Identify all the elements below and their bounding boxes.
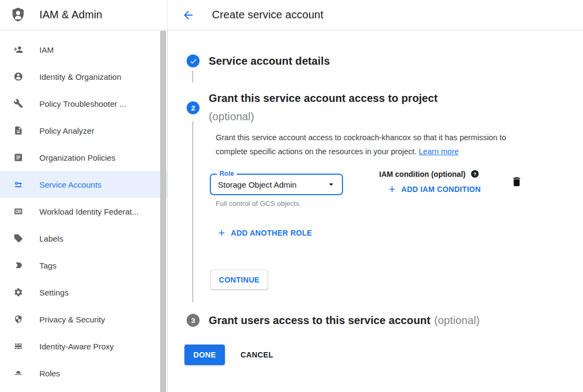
sidebar-item-label: Policy Analyzer	[39, 126, 94, 135]
step2-optional-label: (optional)	[209, 111, 254, 122]
sidebar-item-label: Roles	[39, 369, 60, 378]
step2-number-badge: 2	[187, 101, 200, 114]
step3-optional-label: (optional)	[434, 314, 479, 326]
step3-title: Grant users access to this service accou…	[209, 314, 430, 326]
org-policies-icon	[13, 153, 23, 162]
workload-identity-icon	[13, 207, 23, 216]
sidebar-item-label: Organization Policies	[39, 153, 115, 162]
sidebar-item-label: Service Accounts	[39, 180, 101, 189]
step2-description: Grant this service account access to coc…	[216, 131, 534, 159]
sidebar-item-label: IAM	[39, 45, 54, 54]
privacy-shield-icon	[13, 314, 23, 324]
sidebar-item-privacy-security[interactable]: Privacy & Security	[0, 306, 167, 333]
sidebar-item-label: Labels	[39, 234, 63, 243]
create-service-account-panel: Service account details 2 Grant this ser…	[168, 30, 583, 392]
role-helper-text: Full control of GCS objects.	[216, 200, 301, 208]
sidebar-item-label: Workload Identity Federat...	[39, 207, 139, 216]
top-bar: IAM & Admin Create service account	[0, 0, 583, 30]
sidebar-item-iam[interactable]: IAM	[0, 36, 167, 63]
iam-condition-label: IAM condition (optional)	[379, 170, 465, 178]
sidebar-item-label: Settings	[39, 288, 68, 297]
chevron-down-icon	[326, 179, 337, 190]
role-select[interactable]: Role Storage Object Admin	[210, 174, 343, 195]
sidebar-item-workload-identity-federat[interactable]: Workload Identity Federat...	[0, 198, 167, 225]
sidebar-item-label: Identity & Organization	[39, 72, 121, 81]
step2-title: Grant this service account access to pro…	[209, 92, 438, 104]
sidebar-item-label: Policy Troubleshooter ...	[39, 99, 126, 108]
step-connector	[193, 121, 193, 302]
tags-icon	[13, 260, 23, 270]
sidebar-nav: IAMIdentity & OrganizationPolicy Trouble…	[0, 30, 168, 392]
sidebar-item-tags[interactable]: Tags	[0, 252, 167, 279]
sidebar-item-service-accounts[interactable]: Service Accounts	[0, 171, 167, 198]
label-icon	[13, 233, 23, 243]
sidebar-item-roles[interactable]: Roles	[0, 360, 167, 387]
sidebar-item-organization-policies[interactable]: Organization Policies	[0, 144, 167, 171]
add-iam-condition-button[interactable]: ADD IAM CONDITION	[387, 184, 481, 194]
help-icon[interactable]: ?	[470, 169, 479, 178]
sidebar-item-label: Privacy & Security	[39, 315, 105, 324]
sidebar-item-labels[interactable]: Labels	[0, 225, 167, 252]
role-select-label: Role	[217, 170, 237, 177]
sidebar-item-settings[interactable]: Settings	[0, 279, 167, 306]
sidebar-item-policy-troubleshooter[interactable]: Policy Troubleshooter ...	[0, 90, 167, 117]
sidebar-item-policy-analyzer[interactable]: Policy Analyzer	[0, 117, 167, 144]
sidebar-item-identity-organization[interactable]: Identity & Organization	[0, 63, 167, 90]
sidebar-item-label: Identity-Aware Proxy	[39, 342, 114, 351]
account-circle-icon	[13, 72, 23, 81]
plus-icon	[387, 184, 397, 194]
gcp-console-window: IAM & Admin Create service account IAMId…	[0, 0, 583, 392]
wrench-icon	[13, 99, 23, 108]
service-account-icon	[13, 180, 23, 189]
iam-admin-shield-icon	[10, 6, 26, 23]
cancel-button[interactable]: CANCEL	[236, 345, 278, 365]
done-button[interactable]: DONE	[184, 345, 225, 365]
continue-button[interactable]: CONTINUE	[210, 270, 268, 290]
add-another-role-button[interactable]: ADD ANOTHER ROLE	[217, 228, 312, 238]
sidebar-item-identity-aware-proxy[interactable]: Identity-Aware Proxy	[0, 333, 167, 360]
step-connector	[193, 71, 193, 82]
step2-heading: Grant this service account access to pro…	[209, 89, 543, 126]
step1-title: Service account details	[209, 54, 330, 68]
svg-text:?: ?	[474, 171, 477, 177]
delete-role-trash-icon[interactable]	[511, 176, 523, 188]
sidebar-scrollbar[interactable]	[160, 31, 166, 392]
policy-doc-icon	[13, 126, 23, 135]
step3-heading: Grant users access to this service accou…	[209, 313, 479, 327]
person-add-icon	[13, 45, 23, 54]
page-title: Create service account	[212, 9, 324, 21]
sidebar-item-label: Tags	[39, 261, 57, 270]
gear-icon	[13, 287, 23, 297]
roles-hat-icon	[13, 368, 23, 378]
page-header: Create service account	[168, 0, 583, 30]
product-title: IAM & Admin	[39, 9, 102, 21]
back-arrow-icon[interactable]	[182, 9, 195, 22]
plus-icon	[217, 228, 227, 238]
iam-condition-header: IAM condition (optional) ?	[379, 169, 479, 178]
step1-complete-check-icon	[187, 54, 200, 67]
iap-icon	[13, 341, 23, 351]
product-brand: IAM & Admin	[0, 0, 168, 30]
step3-number-badge: 3	[187, 314, 200, 327]
learn-more-link[interactable]: Learn more	[419, 147, 458, 156]
role-select-value: Storage Object Admin	[218, 180, 326, 189]
